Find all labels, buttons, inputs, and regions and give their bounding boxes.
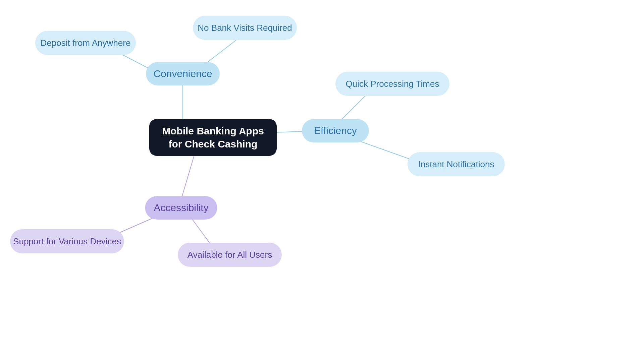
deposit-node: Deposit from Anywhere xyxy=(35,31,136,55)
convenience-node: Convenience xyxy=(146,62,220,85)
instant-node: Instant Notifications xyxy=(408,152,505,176)
quick-node: Quick Processing Times xyxy=(335,72,449,96)
center-node: Mobile Banking Apps for Check Cashing xyxy=(149,119,277,156)
accessibility-node: Accessibility xyxy=(145,196,217,220)
svg-line-6 xyxy=(181,154,195,199)
svg-line-4 xyxy=(339,92,369,122)
nobank-node: No Bank Visits Required xyxy=(193,16,297,40)
allusers-node: Available for All Users xyxy=(178,243,282,267)
efficiency-node: Efficiency xyxy=(302,119,369,142)
support-node: Support for Various Devices xyxy=(10,229,124,253)
